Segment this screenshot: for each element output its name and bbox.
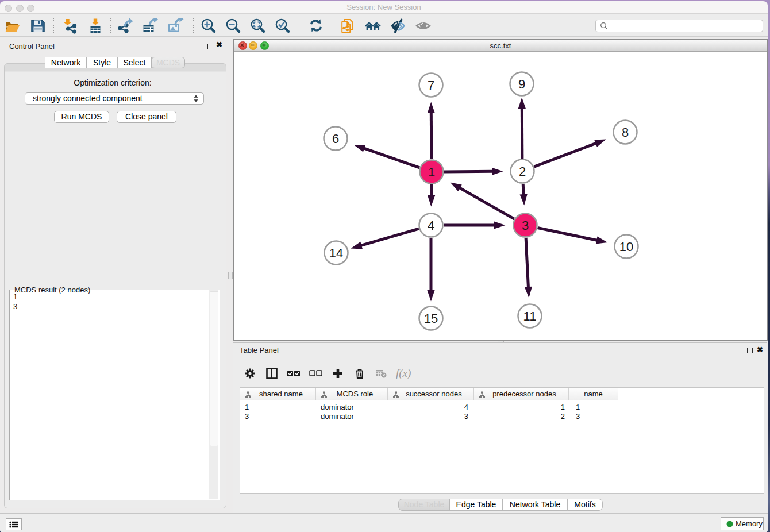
svg-text:1: 1 [428,165,435,179]
svg-text:9: 9 [518,77,525,91]
svg-text:4: 4 [428,218,434,233]
svg-text:7: 7 [428,78,434,92]
svg-text:14: 14 [329,246,343,260]
svg-text:8: 8 [622,125,629,140]
svg-text:2: 2 [519,164,526,179]
svg-text:11: 11 [523,309,537,323]
svg-text:10: 10 [619,240,633,254]
svg-text:3: 3 [522,218,529,233]
svg-text:6: 6 [332,132,339,146]
svg-text:15: 15 [424,311,438,326]
